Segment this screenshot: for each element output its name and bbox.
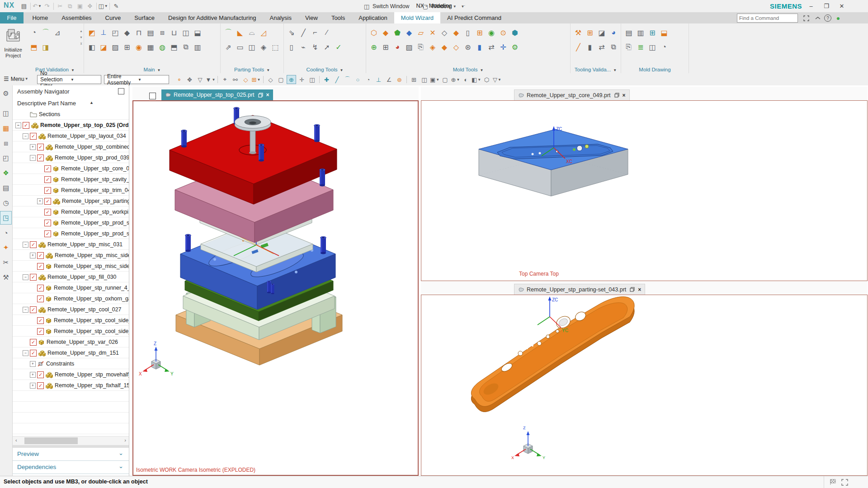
tree-item[interactable]: ✓Remote_Upper_stp_core_049	[13, 163, 129, 174]
expand-icon[interactable]: +	[30, 361, 36, 367]
ribbon-icon[interactable]: ⇘	[286, 26, 297, 39]
ribbon-icon[interactable]: ⌁	[297, 41, 309, 53]
ribbon-icon[interactable]: ◆	[403, 26, 415, 39]
ribbon-icon[interactable]: ▭	[234, 41, 246, 53]
ribbon-icon[interactable]: ╱	[297, 26, 309, 39]
tab-design-for-additive-manufacturing[interactable]: Design for Additive Manufacturing	[161, 12, 263, 23]
ribbon-icon[interactable]: ◉	[133, 41, 145, 53]
viewport-top-right[interactable]: ZC XC Z X Y Top Camera Top	[421, 100, 868, 281]
ribbon-icon[interactable]: ⊞	[646, 26, 658, 39]
expand-icon[interactable]: +	[37, 198, 43, 204]
ribbon-icon[interactable]: ▨	[109, 41, 121, 53]
tree-item[interactable]: ✓Remote_Upper_stp_prod_si...	[13, 228, 129, 239]
tab-application[interactable]: Application	[352, 12, 394, 23]
viewport-center[interactable]: ZC	[132, 100, 419, 476]
constraint-navigator-icon[interactable]: ⧈	[0, 136, 12, 150]
selbar-icon[interactable]: ⊞▼	[251, 75, 261, 84]
ribbon-icon[interactable]: ▥	[635, 26, 646, 39]
ribbon-icon[interactable]: ⧈	[156, 26, 168, 39]
selbar-icon[interactable]: ◫	[420, 75, 429, 84]
ribbon-icon[interactable]: ◆	[439, 41, 450, 53]
tree-item[interactable]: +✓Remote_Upper_stp_misc_side_...	[13, 250, 129, 261]
collapse-icon[interactable]: −	[30, 155, 36, 161]
close-icon[interactable]: ×	[638, 286, 641, 293]
ribbon-icon[interactable]: ⊞	[121, 41, 133, 53]
viewport-restore-button[interactable]	[149, 93, 156, 99]
ribbon-icon[interactable]: ⬓	[658, 26, 670, 39]
tree-item[interactable]: ✓Remote_Upper_stp_runner_4_...	[13, 282, 129, 293]
tab-file[interactable]: File	[0, 12, 24, 23]
ribbon-icon[interactable]: ⊙	[497, 26, 509, 39]
tab-curve[interactable]: Curve	[99, 12, 128, 23]
tab-home[interactable]: Home	[25, 12, 55, 23]
minimize-ribbon-icon[interactable]	[813, 14, 823, 22]
checkbox-checked[interactable]: ✓	[37, 285, 44, 291]
ribbon-icon[interactable]: ◆	[450, 26, 462, 39]
checkbox-checked[interactable]: ✓	[37, 252, 44, 259]
ribbon-icon[interactable]: ◪	[98, 41, 109, 53]
selbar-icon[interactable]: ▣▼	[430, 75, 439, 84]
dependencies-section-header[interactable]: Dependencies ⌄	[13, 461, 129, 474]
restore-view-icon[interactable]	[614, 93, 619, 98]
selbar-icon[interactable]: ▼▼	[206, 75, 215, 84]
menu-button[interactable]: ☰ Menu ▼	[4, 75, 28, 82]
ribbon-icon[interactable]: ⌒	[40, 26, 52, 39]
ribbon-icon[interactable]: ⌓	[246, 26, 258, 39]
ribbon-icon[interactable]: ╱	[572, 41, 584, 53]
tab-assemblies[interactable]: Assemblies	[55, 12, 98, 23]
ribbon-icon[interactable]: ◕	[392, 41, 403, 53]
ribbon-icon[interactable]: ⇄	[596, 41, 608, 53]
ribbon-icon[interactable]: ✓	[333, 41, 344, 53]
selbar-icon[interactable]: ╱	[332, 75, 342, 84]
close-icon[interactable]: ×	[623, 92, 626, 99]
selbar-icon[interactable]: ∠	[384, 75, 394, 84]
tree-item[interactable]: −✓Remote_Upper_stp_layout_034	[13, 131, 129, 141]
selbar-icon[interactable]: ⌒	[343, 75, 352, 84]
checkbox-checked[interactable]: ✓	[37, 144, 44, 150]
tree-item[interactable]: ✓Remote_Upper_stp_cool_side_...	[13, 326, 129, 337]
ribbon-icon[interactable]: ▦	[145, 41, 156, 53]
roles-icon[interactable]: ◔	[0, 226, 12, 239]
checkbox-checked[interactable]: ✓	[37, 263, 44, 270]
ribbon-icon[interactable]: ⬢	[509, 26, 521, 39]
expand-icon[interactable]: +	[30, 144, 36, 150]
ribbon-icon[interactable]: ◫	[246, 41, 258, 53]
ribbon-icon[interactable]: ▨	[403, 41, 415, 53]
ribbon-icon[interactable]: ⎘	[415, 41, 427, 53]
selbar-icon[interactable]: ✚	[322, 75, 331, 84]
ribbon-icon[interactable]: ⬟	[392, 26, 403, 39]
selbar-icon[interactable]: ⌖	[220, 75, 230, 84]
selbar-icon[interactable]: ▢	[440, 75, 450, 84]
checkbox-checked[interactable]: ✓	[30, 241, 37, 248]
tree-item[interactable]: −✓Remote_Upper_stp_prod_039 ...	[13, 152, 129, 163]
group-label[interactable]: Tooling Valida...▼	[571, 67, 621, 72]
checkbox-checked[interactable]: ✓	[44, 165, 51, 172]
tree-item[interactable]: ✓Remote_Upper_stp_var_026	[13, 337, 129, 347]
selbar-icon[interactable]: ⊞	[409, 75, 419, 84]
horizontal-scrollbar[interactable]: ‹ ›	[13, 436, 129, 446]
active-palette-icon[interactable]: ◳	[0, 211, 12, 225]
ribbon-icon[interactable]: ⇄	[486, 41, 497, 53]
selbar-icon[interactable]: ⊚	[395, 75, 404, 84]
ribbon-icon[interactable]: ◔	[28, 26, 40, 39]
group-label[interactable]: Parting Tools▼	[221, 67, 283, 72]
ribbon-icon[interactable]: ◇	[450, 41, 462, 53]
ribbon-icon[interactable]: ▤	[623, 26, 635, 39]
tree-item[interactable]: ✓Remote_Upper_stp_cavity_...	[13, 174, 129, 185]
collapse-icon[interactable]: −	[23, 307, 28, 313]
restore-button[interactable]: ❐	[820, 0, 833, 12]
ribbon-icon[interactable]: ◍	[156, 41, 168, 53]
command-search[interactable]	[737, 14, 798, 23]
ribbon-icon[interactable]: ⊞	[584, 26, 596, 39]
ribbon-icon[interactable]: ⊕	[368, 41, 380, 53]
checkbox-checked[interactable]: ✓	[44, 198, 51, 205]
selbar-icon[interactable]: ◐	[461, 75, 471, 84]
ribbon-icon[interactable]: ◪	[596, 26, 608, 39]
ribbon-icon[interactable]: ⟂	[98, 26, 109, 39]
ribbon-icon[interactable]: ➚	[321, 41, 333, 53]
selbar-icon[interactable]: ◧▼	[472, 75, 481, 84]
ribbon-icon[interactable]: ⬓	[192, 26, 203, 39]
collapse-icon[interactable]: −	[23, 350, 28, 356]
selbar-icon[interactable]: ⊥	[374, 75, 383, 84]
group-label[interactable]: Mold Tools▼	[366, 67, 570, 72]
